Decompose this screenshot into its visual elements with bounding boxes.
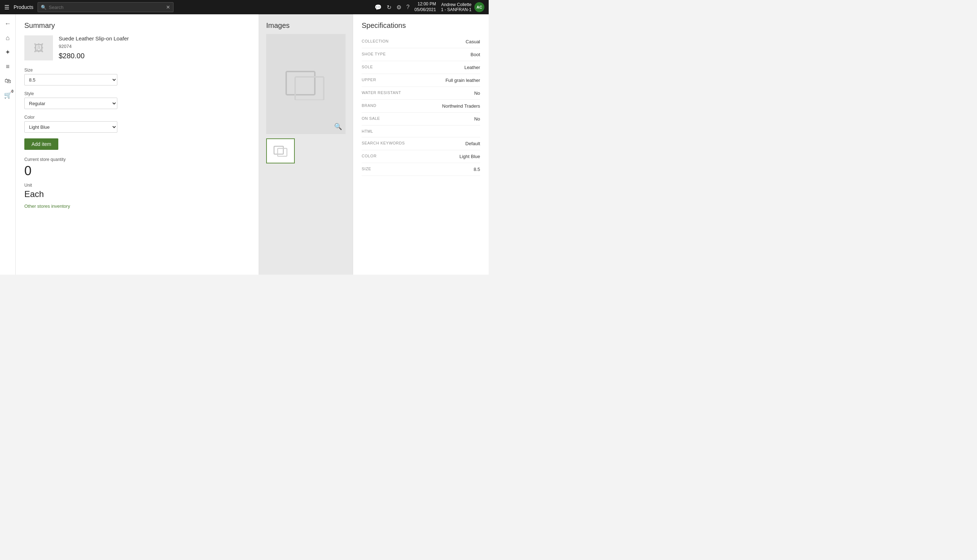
qty-section: Current store quantity 0 — [24, 157, 250, 178]
spec-value: Boot — [412, 52, 480, 57]
spec-row: HTML — [362, 125, 480, 137]
style-select[interactable]: Regular Wide Narrow — [24, 98, 117, 109]
style-section: Style Regular Wide Narrow — [24, 91, 250, 109]
spec-value: Casual — [412, 39, 480, 44]
size-select[interactable]: 8.5 9 9.5 10 — [24, 74, 117, 85]
spec-row: SHOE TYPE Boot — [362, 48, 480, 61]
spec-key: WATER RESISTANT — [362, 90, 412, 95]
product-name: Suede Leather Slip-on Loafer — [59, 35, 250, 42]
spec-key: HTML — [362, 129, 412, 133]
product-info: Suede Leather Slip-on Loafer 92074 $280.… — [59, 35, 250, 60]
specs-panel: Specifications COLLECTION Casual SHOE TY… — [353, 14, 488, 275]
refresh-icon[interactable]: ↻ — [387, 4, 391, 11]
size-label: Size — [24, 68, 250, 73]
sidebar-item-back[interactable]: ← — [2, 17, 14, 30]
topbar-user: Andrew Collette 1 - SANFRAN-1 AC — [441, 2, 484, 12]
spec-value: No — [412, 116, 480, 122]
main-image-area: 🔍 — [266, 34, 345, 134]
images-panel: Images 🔍 — [259, 14, 353, 275]
spec-value: 8.5 — [412, 167, 480, 172]
topbar: ☰ Products 🔍 ✕ 💬 ↻ ⚙ ? 12:00 PM 05/06/20… — [0, 0, 488, 14]
spec-key: SHOE TYPE — [362, 52, 412, 56]
color-label: Color — [24, 115, 250, 120]
spec-row: COLLECTION Casual — [362, 35, 480, 48]
spec-row: ON SALE No — [362, 113, 480, 125]
sidebar-item-home[interactable]: ⌂ — [2, 32, 14, 44]
unit-section: Unit Each — [24, 183, 250, 199]
unit-label: Unit — [24, 183, 250, 188]
spec-row: SIZE 8.5 — [362, 163, 480, 176]
product-header: 🖼 Suede Leather Slip-on Loafer 92074 $28… — [24, 35, 250, 60]
search-input[interactable] — [48, 5, 164, 10]
spec-row: WATER RESISTANT No — [362, 87, 480, 100]
spec-value: Leather — [412, 65, 480, 70]
spec-key: COLOR — [362, 154, 412, 158]
specs-title: Specifications — [362, 22, 480, 30]
images-title: Images — [266, 22, 345, 30]
sidebar: ← ⌂ ✦ ≡ 🛍 🛒 0 — [0, 14, 16, 275]
spec-value: Full grain leather — [412, 78, 480, 83]
app-title: Products — [13, 4, 33, 10]
spec-value: Default — [412, 141, 480, 146]
chat-icon[interactable]: 💬 — [375, 4, 382, 11]
style-label: Style — [24, 91, 250, 96]
sidebar-item-menu[interactable]: ≡ — [2, 60, 14, 73]
search-icon: 🔍 — [41, 5, 47, 10]
spec-value: Northwind Traders — [412, 103, 480, 109]
spec-key: SIZE — [362, 167, 412, 171]
summary-panel: Summary 🖼 Suede Leather Slip-on Loafer 9… — [16, 14, 259, 275]
main-image-icon — [284, 68, 327, 100]
spec-key: COLLECTION — [362, 39, 412, 43]
settings-icon[interactable]: ⚙ — [397, 4, 402, 11]
main-layout: ← ⌂ ✦ ≡ 🛍 🛒 0 Summary 🖼 Suede Leather Sl… — [0, 14, 488, 275]
product-thumbnail: 🖼 — [24, 35, 53, 60]
svg-rect-0 — [286, 72, 315, 95]
sidebar-item-orders[interactable]: 🛍 — [2, 74, 14, 87]
svg-rect-3 — [278, 148, 287, 156]
other-stores-link[interactable]: Other stores inventory — [24, 203, 70, 209]
avatar[interactable]: AC — [474, 2, 484, 12]
spec-key: ON SALE — [362, 116, 412, 120]
menu-icon[interactable]: ☰ — [4, 4, 9, 11]
svg-rect-1 — [295, 77, 324, 100]
zoom-icon[interactable]: 🔍 — [334, 123, 342, 130]
cart-count-badge: 0 — [12, 89, 13, 93]
spec-value: Light Blue — [412, 154, 480, 159]
qty-label: Current store quantity — [24, 157, 250, 162]
spec-row: SOLE Leather — [362, 61, 480, 74]
help-icon[interactable]: ? — [407, 4, 410, 10]
color-select[interactable]: Light Blue Black Brown — [24, 121, 117, 133]
product-image-icon: 🖼 — [33, 42, 43, 54]
spec-value: No — [412, 90, 480, 96]
spec-key: UPPER — [362, 78, 412, 82]
qty-value: 0 — [24, 163, 250, 178]
product-price: $280.00 — [59, 52, 250, 60]
spec-key: BRAND — [362, 103, 412, 108]
main-image-placeholder — [284, 68, 327, 100]
sidebar-item-cart[interactable]: 🛒 0 — [2, 89, 14, 102]
thumbnail-row — [266, 138, 345, 163]
spec-row: BRAND Northwind Traders — [362, 100, 480, 113]
size-section: Size 8.5 9 9.5 10 — [24, 68, 250, 85]
color-section: Color Light Blue Black Brown — [24, 115, 250, 133]
spec-row: COLOR Light Blue — [362, 150, 480, 163]
thumbnail-item[interactable] — [266, 138, 295, 163]
sidebar-item-products[interactable]: ✦ — [2, 46, 14, 58]
close-icon[interactable]: ✕ — [166, 4, 170, 10]
specs-rows: COLLECTION Casual SHOE TYPE Boot SOLE Le… — [362, 35, 480, 176]
unit-value: Each — [24, 189, 250, 199]
thumbnail-icon — [273, 145, 288, 157]
spec-key: SOLE — [362, 65, 412, 69]
spec-row: SEARCH KEYWORDS Default — [362, 137, 480, 150]
search-bar[interactable]: 🔍 ✕ — [38, 2, 173, 12]
add-item-button[interactable]: Add item — [24, 138, 58, 150]
spec-key: SEARCH KEYWORDS — [362, 141, 412, 145]
svg-rect-2 — [274, 146, 283, 154]
product-sku: 92074 — [59, 43, 250, 49]
topbar-time: 12:00 PM 05/06/2021 — [415, 2, 436, 13]
topbar-icons: 💬 ↻ ⚙ ? 12:00 PM 05/06/2021 Andrew Colle… — [375, 2, 484, 13]
spec-row: UPPER Full grain leather — [362, 74, 480, 87]
main-content: Summary 🖼 Suede Leather Slip-on Loafer 9… — [16, 14, 488, 275]
summary-title: Summary — [24, 22, 250, 30]
